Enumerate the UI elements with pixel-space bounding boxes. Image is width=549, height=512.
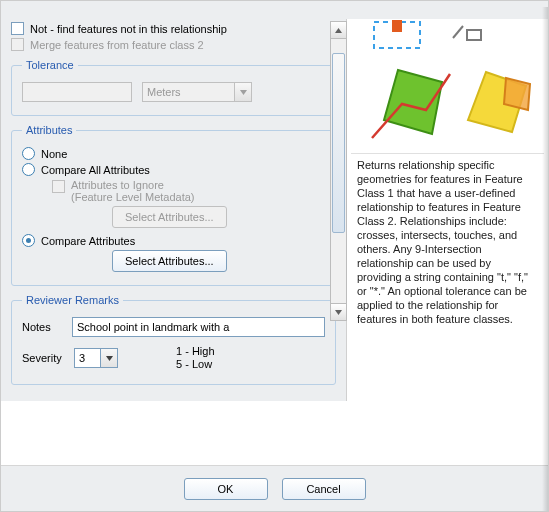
none-radio-label: None: [41, 148, 67, 160]
severity-scale: 1 - High 5 - Low: [176, 345, 215, 371]
scroll-track[interactable]: [331, 39, 346, 303]
none-radio-row[interactable]: None: [22, 147, 325, 160]
not-checkbox-row[interactable]: Not - find features not in this relation…: [11, 22, 336, 35]
tolerance-legend: Tolerance: [22, 59, 78, 71]
severity-high: 1 - High: [176, 345, 215, 358]
chevron-down-icon[interactable]: [100, 349, 117, 367]
merge-checkbox: [11, 38, 24, 51]
svg-rect-3: [467, 30, 481, 40]
dialog-window: Not - find features not in this relation…: [0, 0, 549, 512]
merge-checkbox-row: Merge features from feature class 2: [11, 38, 336, 51]
ok-label: OK: [218, 483, 234, 495]
scroll-up-button[interactable]: [331, 22, 346, 39]
scroll-thumb[interactable]: [332, 53, 345, 233]
attributes-group: Attributes None Compare All Attributes A…: [11, 124, 336, 286]
select-attrs-row: Select Attributes...: [112, 250, 325, 272]
severity-value: 3: [79, 352, 85, 364]
select-attrs-label: Select Attributes...: [125, 255, 214, 267]
ignore-attrs-row: Attributes to Ignore (Feature Level Meta…: [52, 179, 325, 203]
notes-label: Notes: [22, 321, 66, 333]
severity-combo[interactable]: 3: [74, 348, 118, 368]
chevron-down-icon: [234, 83, 251, 101]
ignore-label-line2: (Feature Level Metadata): [71, 191, 195, 203]
cancel-button[interactable]: Cancel: [282, 478, 366, 500]
help-text: Returns relationship specific geometries…: [351, 153, 544, 330]
compare-all-radio[interactable]: [22, 163, 35, 176]
none-radio[interactable]: [22, 147, 35, 160]
reviewer-remarks-group: Reviewer Remarks Notes School point in l…: [11, 294, 336, 385]
relationship-diagram-icon: [358, 20, 538, 150]
attributes-legend: Attributes: [22, 124, 76, 136]
select-attributes-button-disabled: Select Attributes...: [112, 206, 227, 228]
compare-radio-label: Compare Attributes: [41, 235, 135, 247]
compare-all-radio-row[interactable]: Compare All Attributes: [22, 163, 325, 176]
tolerance-group: Tolerance Meters: [11, 59, 336, 116]
notes-value: School point in landmark with a: [77, 321, 229, 333]
select-attrs-disabled-row: Select Attributes...: [112, 206, 325, 228]
tolerance-input: [22, 82, 132, 102]
cancel-label: Cancel: [306, 483, 340, 495]
dialog-footer: OK Cancel: [1, 465, 548, 511]
not-checkbox[interactable]: [11, 22, 24, 35]
svg-marker-4: [384, 70, 442, 134]
compare-radio[interactable]: [22, 234, 35, 247]
ignore-checkbox: [52, 180, 65, 193]
tolerance-unit-value: Meters: [147, 86, 181, 98]
compare-radio-row[interactable]: Compare Attributes: [22, 234, 325, 247]
ignore-label: Attributes to Ignore (Feature Level Meta…: [71, 179, 195, 203]
reviewer-legend: Reviewer Remarks: [22, 294, 123, 306]
svg-marker-6: [504, 78, 530, 110]
torn-edge: [1, 1, 548, 13]
ok-button[interactable]: OK: [184, 478, 268, 500]
not-checkbox-label: Not - find features not in this relation…: [30, 23, 227, 35]
select-attrs-disabled-label: Select Attributes...: [125, 211, 214, 223]
scrollbar[interactable]: [330, 21, 347, 321]
help-illustration: [351, 17, 544, 153]
help-panel: Returns relationship specific geometries…: [346, 13, 548, 401]
svg-line-2: [453, 26, 463, 38]
main-area: Not - find features not in this relation…: [1, 13, 548, 401]
severity-label: Severity: [22, 352, 66, 364]
merge-checkbox-label: Merge features from feature class 2: [30, 39, 204, 51]
tolerance-unit-combo: Meters: [142, 82, 252, 102]
svg-rect-1: [392, 20, 402, 32]
ignore-label-line1: Attributes to Ignore: [71, 179, 164, 191]
scroll-down-button[interactable]: [331, 303, 346, 320]
select-attributes-button[interactable]: Select Attributes...: [112, 250, 227, 272]
severity-low: 5 - Low: [176, 358, 215, 371]
notes-input[interactable]: School point in landmark with a: [72, 317, 325, 337]
compare-all-radio-label: Compare All Attributes: [41, 164, 150, 176]
left-panel: Not - find features not in this relation…: [1, 13, 346, 401]
